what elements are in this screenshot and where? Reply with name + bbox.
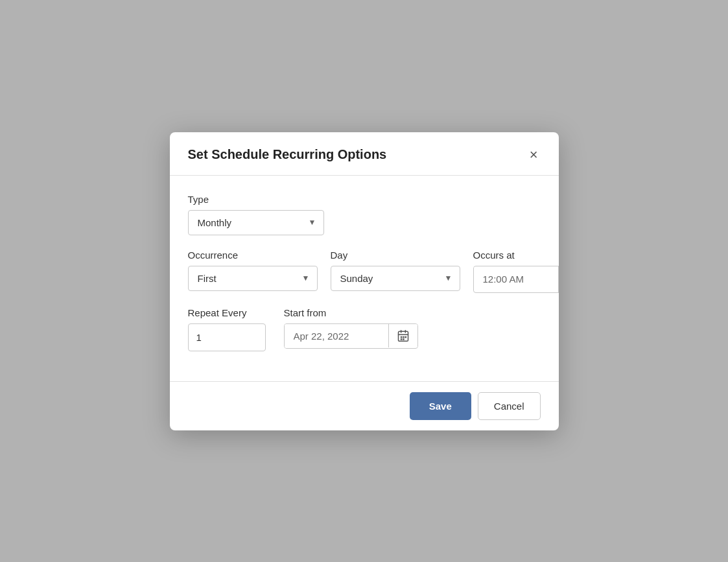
start-from-wrapper	[284, 323, 418, 349]
day-select-wrapper: Sunday Monday Tuesday Wednesday Thursday…	[331, 266, 460, 291]
repeat-row: Repeat Every + − Start from	[188, 307, 541, 351]
dialog-title: Set Schedule Recurring Options	[188, 147, 387, 162]
cancel-button[interactable]: Cancel	[478, 392, 541, 420]
occurrence-select-wrapper: First Second Third Fourth Last ▼	[188, 266, 318, 291]
dialog-body: Type Daily Weekly Monthly Yearly ▼ Occur…	[170, 176, 559, 381]
start-from-input[interactable]	[285, 324, 388, 348]
repeat-every-input[interactable]	[189, 325, 266, 349]
repeat-every-wrapper: + −	[188, 323, 266, 351]
calendar-icon	[397, 329, 410, 342]
save-button[interactable]: Save	[410, 392, 471, 420]
occurs-at-wrapper	[473, 266, 559, 293]
occurrence-row-group: Occurrence First Second Third Fourth Las…	[188, 250, 541, 293]
start-from-col: Start from	[284, 307, 418, 349]
repeat-every-col: Repeat Every + −	[188, 307, 266, 351]
calendar-button[interactable]	[388, 324, 417, 347]
svg-rect-9	[403, 338, 405, 340]
svg-rect-5	[400, 336, 402, 338]
repeat-every-label: Repeat Every	[188, 307, 266, 318]
svg-rect-6	[403, 336, 405, 338]
type-label: Type	[188, 194, 541, 205]
dialog-footer: Save Cancel	[170, 381, 559, 430]
occurs-at-col: Occurs at	[473, 250, 559, 293]
svg-rect-7	[405, 336, 406, 338]
dialog-header: Set Schedule Recurring Options ×	[170, 132, 559, 176]
dialog: Set Schedule Recurring Options × Type Da…	[170, 132, 559, 430]
type-select[interactable]: Daily Weekly Monthly Yearly	[188, 210, 324, 235]
close-button[interactable]: ×	[527, 146, 541, 163]
day-select[interactable]: Sunday Monday Tuesday Wednesday Thursday…	[331, 266, 460, 291]
type-select-wrapper: Daily Weekly Monthly Yearly ▼	[188, 210, 324, 235]
start-from-label: Start from	[284, 307, 418, 318]
svg-rect-8	[400, 338, 402, 340]
occurrence-select[interactable]: First Second Third Fourth Last	[188, 266, 318, 291]
type-field-group: Type Daily Weekly Monthly Yearly ▼	[188, 194, 541, 235]
day-col: Day Sunday Monday Tuesday Wednesday Thur…	[331, 250, 460, 291]
occurs-at-label: Occurs at	[473, 250, 559, 261]
day-label: Day	[331, 250, 460, 261]
occurrence-label: Occurrence	[188, 250, 318, 261]
occurs-at-input[interactable]	[474, 267, 558, 291]
occurrence-row: Occurrence First Second Third Fourth Las…	[188, 250, 541, 293]
occurrence-col: Occurrence First Second Third Fourth Las…	[188, 250, 318, 291]
occurs-at-clock-button[interactable]	[558, 266, 559, 292]
repeat-row-group: Repeat Every + − Start from	[188, 307, 541, 351]
